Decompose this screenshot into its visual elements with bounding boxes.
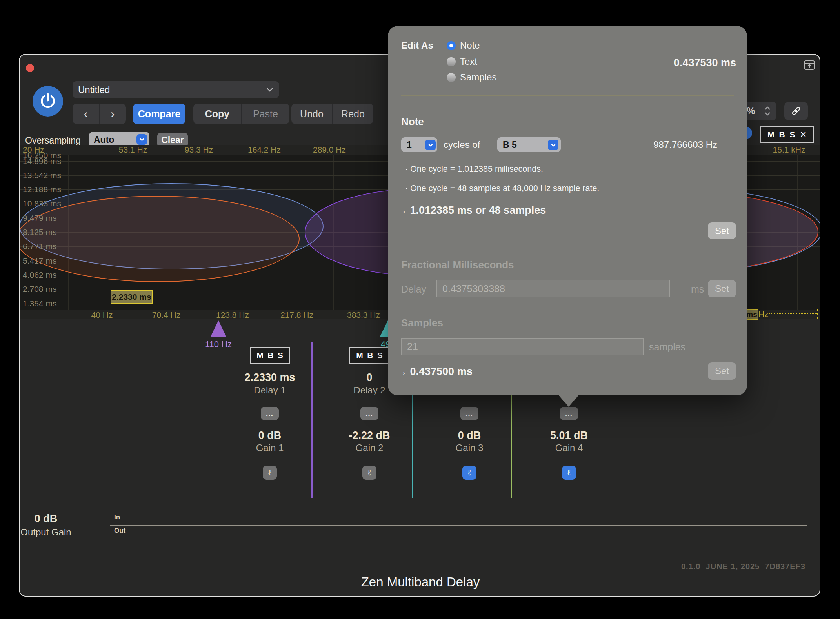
band-2-bypass-button[interactable]: B	[367, 351, 373, 360]
bypass-button[interactable]: B	[779, 130, 785, 139]
output-gain-value[interactable]: 0 dB	[35, 513, 58, 525]
band-1-link-button[interactable]: ℓ	[263, 466, 277, 480]
chevron-down-icon	[425, 140, 436, 150]
cycles-of-label: cycles of	[444, 139, 480, 150]
band-2-link-button[interactable]: ℓ	[362, 466, 376, 480]
note-result-value: → 1.012385 ms or 48 samples	[396, 204, 546, 217]
band-1-mute-button[interactable]: M	[256, 351, 264, 360]
fractional-ms-input[interactable]: 0.4375303388	[436, 280, 670, 297]
edit-as-radio-note[interactable]	[447, 41, 456, 50]
ms-unit-label: ms	[691, 284, 704, 295]
band-1-mbs-box: MBS	[250, 347, 290, 364]
delay-selection-tick	[215, 291, 215, 303]
preset-select[interactable]: Untitled	[73, 81, 279, 98]
edit-as-option-label: Text	[460, 56, 477, 67]
edit-as-option-label: Note	[460, 40, 480, 51]
version-info: 0.1.0 JUNE 1, 2025 7D837EF3	[681, 562, 805, 571]
cycle-info-bullet-2: · One cycle = 48 samples at 48,000 Hz sa…	[405, 184, 599, 193]
copy-paste-group: Copy Paste	[193, 104, 289, 124]
delay-selection-value[interactable]: 2.2330 ms	[111, 290, 153, 304]
delay-field-label: Delay	[401, 284, 426, 295]
crossover-frequency-label: 110 Hz	[205, 339, 232, 350]
band-1-solo-button[interactable]: S	[278, 351, 283, 360]
band-2-gain-value[interactable]: -2.22 dB	[349, 430, 390, 442]
band-region-band-1-orange	[20, 196, 300, 282]
band-2-gain-label: Gain 2	[356, 442, 384, 453]
samples-input[interactable]: 21	[401, 338, 644, 355]
band-3-gain-label: Gain 3	[456, 442, 484, 453]
samples-result-value: → 0.437500 ms	[396, 366, 473, 378]
crossover-handle-110-hz[interactable]	[210, 320, 227, 337]
bottom-separator	[20, 500, 820, 500]
compare-button[interactable]: Compare	[133, 104, 185, 124]
close-traffic-light[interactable]	[26, 64, 34, 72]
chevron-down-icon	[548, 140, 558, 150]
band-1-options-button[interactable]: …	[261, 407, 279, 420]
band-1-delay-value[interactable]: 2.2330 ms	[244, 371, 295, 384]
top-axis-label: 53.1 Hz	[119, 145, 147, 155]
band-2-delay-value[interactable]: 0	[366, 371, 372, 384]
samples-set-button[interactable]: Set	[708, 362, 736, 380]
band-3-options-button[interactable]: …	[460, 407, 478, 420]
fractional-set-button[interactable]: Set	[708, 280, 736, 297]
note-name-value: B 5	[503, 140, 517, 150]
note-section-heading: Note	[401, 116, 424, 128]
band-2-solo-button[interactable]: S	[377, 351, 383, 360]
open-in-window-icon[interactable]	[804, 60, 815, 71]
undo-button[interactable]: Undo	[291, 104, 332, 124]
paste-button[interactable]: Paste	[241, 104, 289, 124]
delay-fragment-hz: Hz	[758, 310, 769, 319]
power-icon	[39, 92, 57, 110]
ms-axis-label: 14.896 ms	[23, 157, 61, 166]
band-4-link-button[interactable]: ℓ	[562, 466, 576, 480]
band-4-gain-value[interactable]: 5.01 dB	[550, 430, 588, 442]
band-divider-line[interactable]	[311, 342, 313, 498]
band-4-gain-label: Gain 4	[555, 442, 583, 453]
top-axis-label: 164.2 Hz	[248, 145, 281, 155]
copy-button[interactable]: Copy	[193, 104, 241, 124]
band-1-gain-label: Gain 1	[256, 442, 284, 453]
band-1-bypass-button[interactable]: B	[267, 351, 273, 360]
band-1-gain-value[interactable]: 0 dB	[258, 430, 282, 442]
arrow-right-icon: →	[396, 204, 410, 216]
chevron-down-icon	[136, 134, 147, 145]
note-set-button[interactable]: Set	[708, 222, 736, 239]
solo-button[interactable]: S	[789, 130, 795, 139]
ms-axis-label: 10.833 ms	[23, 199, 61, 208]
samples-unit-label: samples	[649, 341, 685, 353]
close-band-button[interactable]: ✕	[800, 130, 807, 139]
top-axis-label: 93.3 Hz	[185, 145, 213, 155]
edit-as-label: Edit As	[401, 40, 433, 51]
band-3-gain-value[interactable]: 0 dB	[458, 430, 481, 442]
back-button[interactable]: ‹	[73, 104, 99, 124]
band-4-options-button[interactable]: …	[560, 407, 578, 420]
edit-as-radio-text[interactable]	[447, 57, 456, 66]
meter-out: Out	[110, 525, 807, 536]
samples-section-heading: Samples	[401, 317, 443, 329]
mute-button[interactable]: M	[767, 130, 775, 139]
redo-button[interactable]: Redo	[332, 104, 373, 124]
ms-axis-label: 13.542 ms	[23, 171, 61, 180]
meter-in: In	[110, 512, 807, 523]
band-2-mute-button[interactable]: M	[356, 351, 363, 360]
band-3-link-button[interactable]: ℓ	[462, 466, 476, 480]
band-2-options-button[interactable]: …	[360, 407, 378, 420]
current-delay-value: 0.437530 ms	[674, 57, 736, 69]
edit-as-option-label: Samples	[460, 72, 496, 83]
oversampling-label: Oversampling	[25, 135, 81, 146]
bottom-axis-label: 217.8 Hz	[280, 310, 313, 320]
divider	[401, 250, 734, 250]
ms-axis-label: 6.771 ms	[23, 242, 56, 251]
band-mbsx-box: M B S ✕	[760, 126, 814, 143]
edit-as-radio-samples[interactable]	[447, 73, 456, 82]
power-button[interactable]	[33, 86, 63, 117]
link-tempo-button[interactable]	[784, 102, 808, 120]
output-gain-label: Output Gain	[20, 527, 71, 538]
band-2-mbs-box: MBS	[349, 347, 389, 364]
cycles-value: 1	[407, 140, 412, 150]
forward-button[interactable]: ›	[99, 104, 126, 124]
band-1-delay-label: Delay 1	[254, 385, 285, 396]
bottom-axis-label: 123.8 Hz	[216, 310, 249, 320]
ms-axis-label: 5.417 ms	[23, 256, 56, 266]
band-2-delay-label: Delay 2	[353, 385, 385, 396]
